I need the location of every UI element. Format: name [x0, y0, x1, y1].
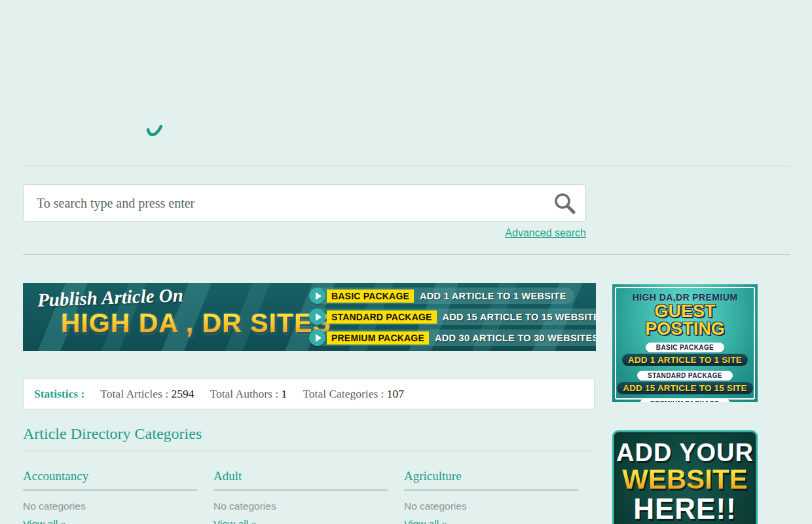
ad-line: ADD YOUR [614, 440, 756, 465]
category-empty-text: No categories [23, 500, 197, 512]
advanced-search-link[interactable]: Advanced search [505, 227, 586, 239]
stat-label: Total Authors : [210, 387, 278, 400]
ad-line: WEBSITE [614, 465, 756, 494]
statistics-bar: Statistics : Total Articles : 2594 Total… [23, 378, 595, 409]
stat-total-authors: Total Authors : 1 [210, 387, 287, 401]
stat-label: Total Articles : [100, 387, 168, 400]
ad-line: HERE!! [614, 494, 756, 524]
category-empty-text: No categories [213, 500, 388, 512]
statistics-label: Statistics : [34, 387, 84, 401]
play-icon [309, 288, 325, 304]
category-underline [23, 489, 197, 491]
ad-title: GUEST POSTING [612, 303, 758, 338]
category-column-adult: Adult No categories View all » [213, 469, 388, 524]
banner-package-row: BASIC PACKAGE ADD 1 ARTICLE TO 1 WEBSITE [309, 288, 574, 304]
categories-divider [23, 451, 595, 451]
search-box [23, 184, 586, 222]
stat-value: 1 [282, 387, 287, 400]
add-your-website-sidebar-ad[interactable]: ADD YOUR WEBSITE HERE!! [612, 430, 758, 524]
search-button[interactable] [551, 191, 578, 216]
search-section-divider [23, 254, 790, 255]
category-column-agriculture: Agriculture No categories View all » [404, 469, 578, 524]
view-all-link[interactable]: View all » [404, 518, 447, 524]
ad-package-bar: ADD 15 ARTICLE TO 15 SITE [617, 382, 753, 394]
ad-package-pill: STANDARD PACKAGE [637, 371, 733, 381]
categories-grid: Accountancy No categories View all » Adu… [23, 469, 578, 524]
guest-posting-sidebar-ad[interactable]: HIGH DA,DR PREMIUM GUEST POSTING BASIC P… [612, 284, 758, 402]
view-all-link[interactable]: View all » [213, 518, 257, 524]
category-title-link[interactable]: Accountancy [23, 469, 197, 483]
stat-value: 107 [387, 387, 404, 400]
category-underline [213, 489, 388, 491]
publish-article-banner-ad[interactable]: Publish Article On HIGH DA , DR SITES BA… [23, 283, 596, 351]
banner-package-row: PREMIUM PACKAGE ADD 30 ARTICLE TO 30 WEB… [309, 329, 596, 346]
package-tag: STANDARD PACKAGE [327, 310, 437, 324]
category-title-link[interactable]: Agriculture [404, 469, 578, 483]
header-divider [23, 166, 790, 166]
logo-text-fragment [147, 125, 162, 140]
stat-total-articles: Total Articles : 2594 [100, 387, 194, 401]
article-directory-page: Advanced search Publish Article On HIGH … [0, 0, 812, 524]
categories-heading: Article Directory Categories [23, 425, 202, 443]
ad-package-pill: BASIC PACKAGE [646, 343, 724, 352]
category-empty-text: No categories [404, 500, 578, 512]
banner-package-row: STANDARD PACKAGE ADD 15 ARTICLE TO 15 WE… [309, 309, 596, 325]
banner-package-rows: BASIC PACKAGE ADD 1 ARTICLE TO 1 WEBSITE… [309, 288, 596, 350]
category-title-link[interactable]: Adult [213, 469, 388, 483]
package-tag: PREMIUM PACKAGE [327, 331, 429, 345]
stat-label: Total Categories : [303, 387, 384, 400]
view-all-link[interactable]: View all » [23, 518, 66, 524]
category-column-accountancy: Accountancy No categories View all » [23, 469, 197, 524]
ad-package-pill: PREMIUM PACKAGE [640, 399, 729, 402]
package-desc: ADD 1 ARTICLE TO 1 WEBSITE [420, 291, 566, 301]
search-icon [553, 191, 576, 215]
category-underline [404, 489, 578, 491]
package-desc: ADD 15 ARTICLE TO 15 WEBSITES [443, 312, 596, 322]
package-desc: ADD 30 ARTICLE TO 30 WEBSITES [435, 333, 596, 343]
play-icon [309, 329, 325, 346]
banner-headline: HIGH DA , DR SITES [61, 308, 331, 339]
ad-package-bar: ADD 1 ARTICLE TO 1 SITE [622, 354, 748, 366]
stat-total-categories: Total Categories : 107 [303, 387, 404, 401]
play-icon [309, 309, 325, 325]
banner-script-line: Publish Article On [37, 284, 183, 311]
package-tag: BASIC PACKAGE [327, 290, 414, 303]
stat-value: 2594 [171, 387, 194, 400]
search-input[interactable] [24, 185, 585, 221]
